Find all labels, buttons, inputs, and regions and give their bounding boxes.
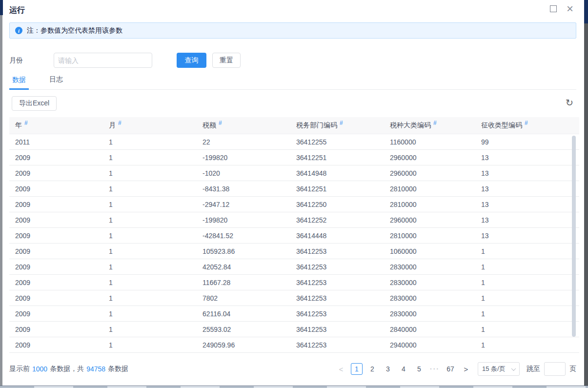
table-cell: 1	[103, 341, 197, 349]
table-row: 2009111667.283641225328300001	[9, 275, 579, 290]
dialog-title: 运行	[9, 5, 25, 16]
table-cell: 2009	[9, 185, 103, 193]
table-cell: 13	[475, 185, 579, 193]
table-cell: 36412252	[290, 216, 384, 224]
table-cell: 1	[103, 185, 197, 193]
table-cell: 2009	[9, 263, 103, 271]
page-number-button[interactable]: 5	[413, 363, 425, 375]
query-button[interactable]: 查询	[177, 53, 206, 68]
underlying-page-edge	[0, 15, 2, 386]
table-cell: 36412250	[290, 201, 384, 208]
month-input[interactable]	[54, 53, 152, 68]
column-header: 税额#	[197, 121, 290, 130]
page-size-value: 15 条/页	[482, 365, 506, 373]
table-row: 2009162116.043641225328300001	[9, 306, 579, 322]
table-cell: 36412253	[290, 247, 384, 255]
table-row: 20091-19982036412251296000013	[9, 150, 579, 165]
prev-page-button[interactable]: <	[335, 363, 347, 375]
table-scrollbar[interactable]	[572, 136, 576, 337]
table-cell: 1160000	[384, 138, 475, 146]
table-cell: -42841.52	[197, 232, 290, 240]
table-cell: 36412253	[290, 294, 384, 302]
table-cell: 2810000	[384, 232, 475, 240]
page-unit-label: 页	[569, 365, 576, 373]
table-cell: 36414948	[290, 169, 384, 177]
table-cell: 2009	[9, 294, 103, 302]
table-cell: 36412253	[290, 279, 384, 286]
table-cell: 36412253	[290, 310, 384, 318]
table-cell: 22	[197, 138, 290, 146]
table-body: 20111223641225511600009920091-1998203641…	[9, 134, 579, 353]
column-header: 税务部门编码#	[290, 121, 384, 130]
table-cell: -8431.38	[197, 185, 290, 193]
table-cell: 1	[103, 263, 197, 271]
table-cell: 1	[103, 138, 197, 146]
table-cell: 2830000	[384, 279, 475, 286]
export-excel-button[interactable]: 导出Excel	[12, 96, 57, 111]
table-cell: 2009	[9, 279, 103, 286]
reset-button[interactable]: 重置	[212, 53, 241, 68]
close-button[interactable]: ×	[567, 5, 573, 13]
next-page-button[interactable]: >	[460, 363, 472, 375]
table-cell: 1	[103, 201, 197, 208]
results-footer: 显示前 1000 条数据，共 94758 条数据 < 12345 ··· 67 …	[9, 361, 576, 377]
table-row: 20091105923.863641225310600001	[9, 244, 579, 259]
close-icon: ×	[567, 2, 573, 15]
table-cell: 1	[103, 232, 197, 240]
page-number-button[interactable]: 1	[351, 363, 363, 375]
table-cell: 7802	[197, 294, 290, 302]
table-cell: 62116.04	[197, 310, 290, 318]
page-number-button[interactable]: 2	[366, 363, 378, 375]
table-cell: 2840000	[384, 326, 475, 333]
table-cell: 2011	[9, 138, 103, 146]
table-cell: 36412255	[290, 138, 384, 146]
table-row: 2009142052.843641225328300001	[9, 259, 579, 275]
refresh-button[interactable]: ↻	[566, 98, 573, 107]
table-cell: 2810000	[384, 201, 475, 208]
underlying-page-edge	[584, 0, 588, 23]
table-cell: 1	[475, 247, 579, 255]
page-number-button[interactable]: 67	[445, 363, 456, 375]
table-cell: 1	[103, 169, 197, 177]
table-cell: 13	[475, 154, 579, 162]
page-number-button[interactable]: 4	[398, 363, 409, 375]
table-row: 20091-42841.5236414448281000013	[9, 228, 579, 244]
page-list: 12345	[349, 363, 427, 375]
tab-log[interactable]: 日志	[46, 71, 66, 89]
maximize-button[interactable]	[550, 5, 557, 12]
table-cell: -199820	[197, 154, 290, 162]
table-row: 2009178023641225328300001	[9, 290, 579, 306]
table-cell: 1	[475, 279, 579, 286]
table-cell: 2009	[9, 341, 103, 349]
table-cell: 13	[475, 169, 579, 177]
jump-to-input[interactable]	[544, 362, 566, 376]
table-cell: -2947.12	[197, 201, 290, 208]
table-row: 20091-8431.3836412251281000013	[9, 181, 579, 197]
column-header: 月#	[103, 121, 197, 130]
table-cell: 1	[475, 341, 579, 349]
table-cell: 2830000	[384, 310, 475, 318]
table-cell: 2009	[9, 326, 103, 333]
table-cell: 36412253	[290, 326, 384, 333]
summary-middle: 条数据，共	[50, 365, 84, 373]
table-cell: 13	[475, 216, 579, 224]
table-cell: 1060000	[384, 247, 475, 255]
numeric-type-icon: #	[433, 120, 437, 126]
table-cell: 105923.86	[197, 247, 290, 255]
page-size-select[interactable]: 15 条/页	[478, 362, 520, 376]
table-cell: 99	[475, 138, 579, 146]
table-header-row: 年#月#税额#税务部门编码#税种大类编码#征收类型编码#	[9, 117, 579, 134]
table-row: 20091-102036414948296000013	[9, 165, 579, 181]
tab-data[interactable]: 数据	[9, 72, 29, 90]
jump-to-label: 跳至	[527, 365, 540, 373]
table-cell: 11667.28	[197, 279, 290, 286]
pagination-ellipsis[interactable]: ···	[429, 363, 441, 375]
underlying-page-edge	[0, 386, 588, 388]
table-cell: 2830000	[384, 263, 475, 271]
table-cell: 36412251	[290, 185, 384, 193]
table-cell: 36414448	[290, 232, 384, 240]
table-cell: -199820	[197, 216, 290, 224]
table-cell: 36412253	[290, 341, 384, 349]
page-number-button[interactable]: 3	[382, 363, 394, 375]
table-row: 20091249059.963641225329400001	[9, 337, 579, 353]
